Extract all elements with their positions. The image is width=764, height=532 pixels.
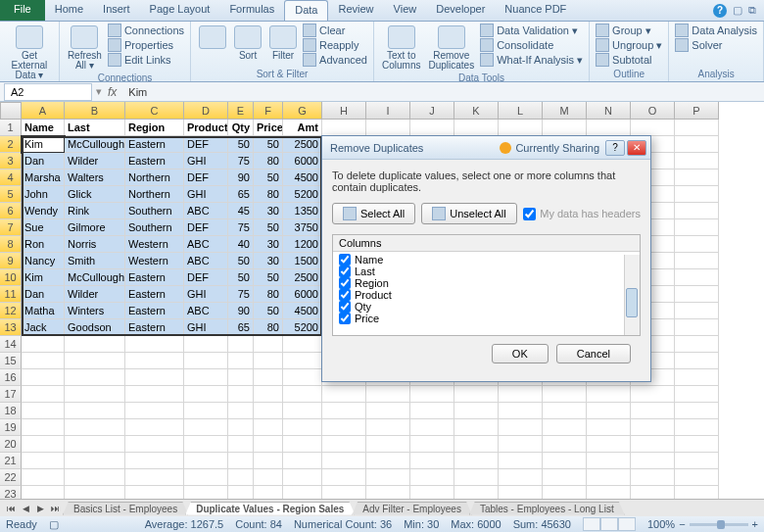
cell[interactable] bbox=[410, 403, 454, 419]
cell[interactable] bbox=[675, 319, 719, 336]
cell[interactable]: 4500 bbox=[283, 303, 322, 319]
cell[interactable] bbox=[283, 403, 322, 419]
cell[interactable]: 50 bbox=[254, 269, 283, 286]
cell[interactable] bbox=[587, 386, 631, 403]
cell[interactable]: Price bbox=[254, 120, 283, 136]
group-button[interactable]: Group ▾ bbox=[596, 24, 662, 37]
cell[interactable]: 1350 bbox=[283, 203, 322, 219]
cell[interactable]: Product bbox=[184, 120, 228, 136]
cell[interactable] bbox=[254, 369, 283, 386]
cancel-button[interactable]: Cancel bbox=[556, 344, 631, 363]
column-header[interactable]: A bbox=[22, 102, 65, 120]
cell[interactable]: 6000 bbox=[283, 153, 322, 169]
column-checkbox-item[interactable]: Name bbox=[335, 254, 638, 266]
cell[interactable] bbox=[675, 286, 719, 303]
cell[interactable] bbox=[65, 403, 125, 419]
cell[interactable] bbox=[322, 469, 366, 486]
cell[interactable]: Wilder bbox=[65, 286, 125, 303]
cell[interactable]: Wendy bbox=[22, 203, 65, 219]
cell[interactable] bbox=[22, 419, 65, 436]
column-header[interactable]: D bbox=[184, 102, 228, 120]
cell[interactable]: Sue bbox=[22, 219, 65, 236]
cell[interactable] bbox=[184, 353, 228, 369]
cell[interactable]: DEF bbox=[184, 219, 228, 236]
cell[interactable] bbox=[499, 436, 543, 453]
cell[interactable]: Qty bbox=[228, 120, 254, 136]
cell[interactable] bbox=[254, 403, 283, 419]
properties-button[interactable]: Properties bbox=[108, 38, 184, 52]
view-layout-icon[interactable] bbox=[600, 517, 618, 531]
cell[interactable]: Eastern bbox=[125, 319, 184, 336]
cell[interactable] bbox=[125, 436, 184, 453]
column-header[interactable]: C bbox=[125, 102, 184, 120]
cell[interactable] bbox=[587, 453, 631, 469]
row-header[interactable]: 8 bbox=[0, 236, 22, 253]
cell[interactable]: Glick bbox=[65, 186, 125, 203]
row-header[interactable]: 5 bbox=[0, 186, 22, 203]
cell[interactable] bbox=[228, 419, 254, 436]
tab-file[interactable]: File bbox=[0, 0, 45, 21]
cell[interactable] bbox=[454, 386, 499, 403]
cell[interactable] bbox=[254, 386, 283, 403]
cell[interactable] bbox=[254, 353, 283, 369]
cell[interactable] bbox=[631, 419, 675, 436]
cell[interactable]: Eastern bbox=[125, 153, 184, 169]
cell[interactable] bbox=[228, 353, 254, 369]
cell[interactable] bbox=[675, 369, 719, 386]
tab-review[interactable]: Review bbox=[328, 0, 383, 21]
row-header[interactable]: 3 bbox=[0, 153, 22, 169]
column-checkbox[interactable] bbox=[339, 254, 351, 266]
cell[interactable]: 6000 bbox=[283, 286, 322, 303]
what-if-button[interactable]: What-If Analysis ▾ bbox=[480, 53, 583, 67]
cell[interactable] bbox=[22, 386, 65, 403]
row-header[interactable]: 18 bbox=[0, 403, 22, 419]
column-checkbox-item[interactable]: Region bbox=[335, 277, 638, 289]
cell[interactable] bbox=[184, 369, 228, 386]
cell[interactable] bbox=[65, 336, 125, 353]
cell[interactable]: 50 bbox=[254, 136, 283, 153]
column-checkbox[interactable] bbox=[339, 301, 351, 313]
cell[interactable]: 80 bbox=[254, 153, 283, 169]
cell[interactable]: 50 bbox=[254, 219, 283, 236]
cell[interactable] bbox=[675, 453, 719, 469]
cell[interactable] bbox=[22, 436, 65, 453]
cell[interactable] bbox=[125, 369, 184, 386]
connections-button[interactable]: Connections bbox=[108, 24, 184, 37]
cell[interactable] bbox=[65, 386, 125, 403]
cell[interactable]: Nancy bbox=[22, 253, 65, 269]
cell[interactable] bbox=[125, 336, 184, 353]
cell[interactable]: ABC bbox=[184, 303, 228, 319]
cell[interactable]: 5200 bbox=[283, 186, 322, 203]
cell[interactable] bbox=[675, 186, 719, 203]
sheet-tab[interactable]: Basics List - Employees bbox=[63, 502, 188, 515]
cell[interactable] bbox=[228, 386, 254, 403]
column-header[interactable]: L bbox=[499, 102, 543, 120]
cell[interactable] bbox=[254, 469, 283, 486]
cell[interactable] bbox=[366, 403, 410, 419]
column-header[interactable]: I bbox=[366, 102, 410, 120]
cell[interactable] bbox=[283, 336, 322, 353]
cell[interactable]: DEF bbox=[184, 269, 228, 286]
cell[interactable] bbox=[587, 419, 631, 436]
cell[interactable] bbox=[254, 436, 283, 453]
scrollbar-thumb[interactable] bbox=[626, 288, 638, 317]
cell[interactable] bbox=[410, 436, 454, 453]
cell[interactable] bbox=[283, 469, 322, 486]
cell[interactable] bbox=[587, 120, 631, 136]
cell[interactable]: Eastern bbox=[125, 136, 184, 153]
cell[interactable] bbox=[254, 419, 283, 436]
cell[interactable]: McCullough bbox=[65, 136, 125, 153]
cell[interactable] bbox=[125, 353, 184, 369]
solver-button[interactable]: Solver bbox=[675, 38, 757, 52]
cell[interactable] bbox=[543, 436, 587, 453]
sheet-nav-prev-icon[interactable]: ◀ bbox=[19, 502, 32, 515]
unselect-all-button[interactable]: Unselect All bbox=[421, 203, 516, 224]
row-header[interactable]: 1 bbox=[0, 120, 22, 136]
cell[interactable] bbox=[587, 436, 631, 453]
column-header[interactable]: F bbox=[254, 102, 283, 120]
data-validation-button[interactable]: Data Validation ▾ bbox=[480, 24, 583, 37]
tab-nuance-pdf[interactable]: Nuance PDF bbox=[495, 0, 576, 21]
cell[interactable]: 2500 bbox=[283, 269, 322, 286]
column-checkbox[interactable] bbox=[339, 289, 351, 301]
row-header[interactable]: 10 bbox=[0, 269, 22, 286]
